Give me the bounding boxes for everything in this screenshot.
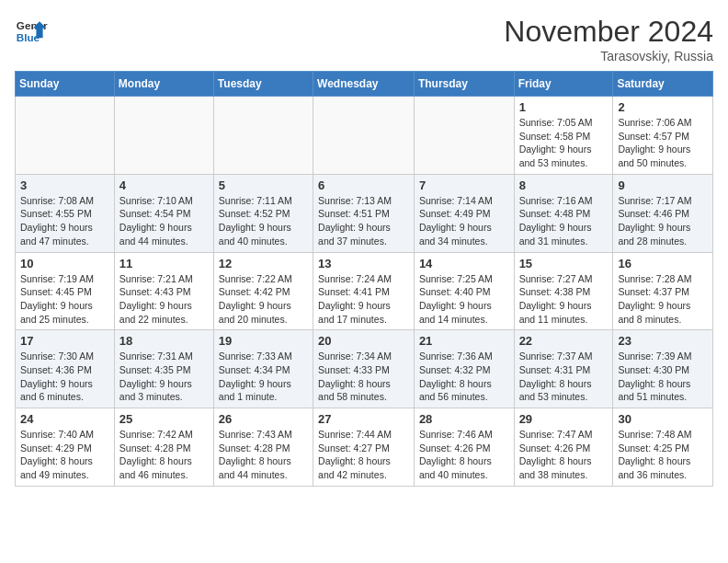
day-number: 24 xyxy=(20,412,109,426)
day-number: 29 xyxy=(519,412,609,426)
logo-icon: General Blue xyxy=(15,15,48,48)
day-number: 5 xyxy=(219,178,308,192)
calendar-day-cell: 21Sunrise: 7:36 AM Sunset: 4:32 PM Dayli… xyxy=(414,330,514,408)
calendar-day-cell: 5Sunrise: 7:11 AM Sunset: 4:52 PM Daylig… xyxy=(213,174,313,252)
day-info: Sunrise: 7:44 AM Sunset: 4:27 PM Dayligh… xyxy=(318,428,409,482)
calendar-table: SundayMondayTuesdayWednesdayThursdayFrid… xyxy=(15,71,713,487)
day-number: 15 xyxy=(519,257,609,270)
day-number: 19 xyxy=(219,334,308,348)
calendar-week-row: 1Sunrise: 7:05 AM Sunset: 4:58 PM Daylig… xyxy=(16,97,713,175)
day-number: 1 xyxy=(519,100,609,114)
calendar-day-cell xyxy=(213,97,313,175)
calendar-day-cell: 7Sunrise: 7:14 AM Sunset: 4:49 PM Daylig… xyxy=(414,174,514,252)
day-info: Sunrise: 7:36 AM Sunset: 4:32 PM Dayligh… xyxy=(419,350,509,404)
day-number: 21 xyxy=(419,334,509,348)
title-block: November 2024 Tarasovskiy, Russia xyxy=(504,15,713,63)
calendar-day-cell: 13Sunrise: 7:24 AM Sunset: 4:41 PM Dayli… xyxy=(313,252,415,330)
day-info: Sunrise: 7:43 AM Sunset: 4:28 PM Dayligh… xyxy=(219,428,308,482)
weekday-header-cell: Tuesday xyxy=(213,72,313,97)
weekday-header-cell: Saturday xyxy=(613,72,713,97)
calendar-day-cell: 11Sunrise: 7:21 AM Sunset: 4:43 PM Dayli… xyxy=(114,252,213,330)
calendar-day-cell: 20Sunrise: 7:34 AM Sunset: 4:33 PM Dayli… xyxy=(313,330,415,408)
calendar-day-cell: 25Sunrise: 7:42 AM Sunset: 4:28 PM Dayli… xyxy=(114,408,213,487)
calendar-day-cell: 15Sunrise: 7:27 AM Sunset: 4:38 PM Dayli… xyxy=(514,252,613,330)
calendar-day-cell: 9Sunrise: 7:17 AM Sunset: 4:46 PM Daylig… xyxy=(613,174,713,252)
day-info: Sunrise: 7:31 AM Sunset: 4:35 PM Dayligh… xyxy=(119,350,209,404)
day-info: Sunrise: 7:22 AM Sunset: 4:42 PM Dayligh… xyxy=(219,272,308,327)
day-info: Sunrise: 7:10 AM Sunset: 4:54 PM Dayligh… xyxy=(119,194,209,248)
day-info: Sunrise: 7:34 AM Sunset: 4:33 PM Dayligh… xyxy=(318,350,409,404)
day-number: 11 xyxy=(119,257,209,270)
day-number: 7 xyxy=(419,178,509,192)
calendar-day-cell: 30Sunrise: 7:48 AM Sunset: 4:25 PM Dayli… xyxy=(613,408,713,487)
weekday-header-cell: Friday xyxy=(514,72,613,97)
weekday-header-row: SundayMondayTuesdayWednesdayThursdayFrid… xyxy=(16,72,713,97)
calendar-day-cell: 12Sunrise: 7:22 AM Sunset: 4:42 PM Dayli… xyxy=(213,252,313,330)
calendar-day-cell xyxy=(313,97,415,175)
location-subtitle: Tarasovskiy, Russia xyxy=(504,49,713,63)
calendar-day-cell: 4Sunrise: 7:10 AM Sunset: 4:54 PM Daylig… xyxy=(114,174,213,252)
day-info: Sunrise: 7:06 AM Sunset: 4:57 PM Dayligh… xyxy=(618,116,708,170)
calendar-day-cell: 14Sunrise: 7:25 AM Sunset: 4:40 PM Dayli… xyxy=(414,252,514,330)
calendar-day-cell: 26Sunrise: 7:43 AM Sunset: 4:28 PM Dayli… xyxy=(213,408,313,487)
day-info: Sunrise: 7:17 AM Sunset: 4:46 PM Dayligh… xyxy=(618,194,708,248)
calendar-day-cell: 3Sunrise: 7:08 AM Sunset: 4:55 PM Daylig… xyxy=(16,174,115,252)
day-number: 30 xyxy=(618,412,708,426)
calendar-day-cell: 1Sunrise: 7:05 AM Sunset: 4:58 PM Daylig… xyxy=(514,97,613,175)
day-info: Sunrise: 7:21 AM Sunset: 4:43 PM Dayligh… xyxy=(119,272,209,327)
day-number: 23 xyxy=(618,334,708,348)
calendar-day-cell: 24Sunrise: 7:40 AM Sunset: 4:29 PM Dayli… xyxy=(16,408,115,487)
weekday-header-cell: Thursday xyxy=(414,72,514,97)
calendar-body: 1Sunrise: 7:05 AM Sunset: 4:58 PM Daylig… xyxy=(16,97,713,487)
day-number: 22 xyxy=(519,334,609,348)
weekday-header-cell: Monday xyxy=(114,72,213,97)
day-info: Sunrise: 7:28 AM Sunset: 4:37 PM Dayligh… xyxy=(618,272,708,327)
day-number: 2 xyxy=(618,100,708,114)
calendar-day-cell: 2Sunrise: 7:06 AM Sunset: 4:57 PM Daylig… xyxy=(613,97,713,175)
day-info: Sunrise: 7:16 AM Sunset: 4:48 PM Dayligh… xyxy=(519,194,609,248)
day-number: 13 xyxy=(318,257,409,270)
calendar-day-cell: 10Sunrise: 7:19 AM Sunset: 4:45 PM Dayli… xyxy=(16,252,115,330)
calendar-week-row: 10Sunrise: 7:19 AM Sunset: 4:45 PM Dayli… xyxy=(16,252,713,330)
day-number: 26 xyxy=(219,412,308,426)
calendar-day-cell: 6Sunrise: 7:13 AM Sunset: 4:51 PM Daylig… xyxy=(313,174,415,252)
day-number: 12 xyxy=(219,257,308,270)
calendar-day-cell: 29Sunrise: 7:47 AM Sunset: 4:26 PM Dayli… xyxy=(514,408,613,487)
day-number: 3 xyxy=(20,178,109,192)
calendar-day-cell xyxy=(16,97,115,175)
weekday-header-cell: Sunday xyxy=(16,72,115,97)
day-info: Sunrise: 7:30 AM Sunset: 4:36 PM Dayligh… xyxy=(20,350,109,404)
page-header: General Blue November 2024 Tarasovskiy, … xyxy=(15,15,713,63)
day-number: 17 xyxy=(20,334,109,348)
calendar-week-row: 24Sunrise: 7:40 AM Sunset: 4:29 PM Dayli… xyxy=(16,408,713,487)
calendar-day-cell: 17Sunrise: 7:30 AM Sunset: 4:36 PM Dayli… xyxy=(16,330,115,408)
day-info: Sunrise: 7:25 AM Sunset: 4:40 PM Dayligh… xyxy=(419,272,509,327)
day-info: Sunrise: 7:33 AM Sunset: 4:34 PM Dayligh… xyxy=(219,350,308,404)
day-number: 14 xyxy=(419,257,509,270)
day-info: Sunrise: 7:48 AM Sunset: 4:25 PM Dayligh… xyxy=(618,428,708,482)
day-number: 28 xyxy=(419,412,509,426)
day-number: 4 xyxy=(119,178,209,192)
day-number: 25 xyxy=(119,412,209,426)
weekday-header-cell: Wednesday xyxy=(313,72,415,97)
day-number: 6 xyxy=(318,178,409,192)
day-info: Sunrise: 7:27 AM Sunset: 4:38 PM Dayligh… xyxy=(519,272,609,327)
day-info: Sunrise: 7:40 AM Sunset: 4:29 PM Dayligh… xyxy=(20,428,109,482)
day-number: 10 xyxy=(20,257,109,270)
calendar-day-cell xyxy=(114,97,213,175)
day-info: Sunrise: 7:24 AM Sunset: 4:41 PM Dayligh… xyxy=(318,272,409,327)
calendar-day-cell: 18Sunrise: 7:31 AM Sunset: 4:35 PM Dayli… xyxy=(114,330,213,408)
month-title: November 2024 xyxy=(504,15,713,49)
logo: General Blue xyxy=(15,15,48,48)
calendar-week-row: 17Sunrise: 7:30 AM Sunset: 4:36 PM Dayli… xyxy=(16,330,713,408)
calendar-day-cell: 28Sunrise: 7:46 AM Sunset: 4:26 PM Dayli… xyxy=(414,408,514,487)
day-number: 20 xyxy=(318,334,409,348)
day-info: Sunrise: 7:08 AM Sunset: 4:55 PM Dayligh… xyxy=(20,194,109,248)
calendar-week-row: 3Sunrise: 7:08 AM Sunset: 4:55 PM Daylig… xyxy=(16,174,713,252)
calendar-day-cell: 27Sunrise: 7:44 AM Sunset: 4:27 PM Dayli… xyxy=(313,408,415,487)
calendar-day-cell: 23Sunrise: 7:39 AM Sunset: 4:30 PM Dayli… xyxy=(613,330,713,408)
day-number: 8 xyxy=(519,178,609,192)
day-number: 18 xyxy=(119,334,209,348)
day-info: Sunrise: 7:14 AM Sunset: 4:49 PM Dayligh… xyxy=(419,194,509,248)
day-info: Sunrise: 7:47 AM Sunset: 4:26 PM Dayligh… xyxy=(519,428,609,482)
